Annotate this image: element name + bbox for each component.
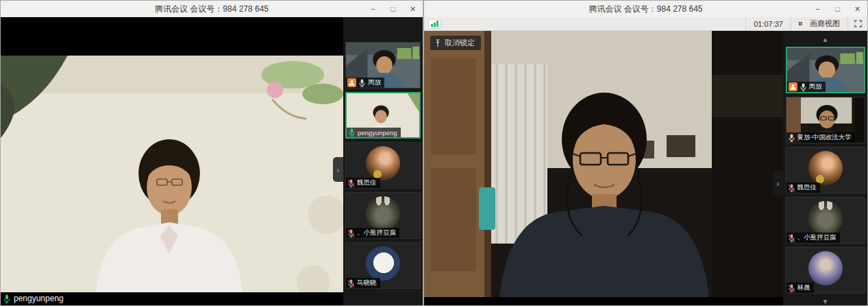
participant-name-tag: 黄放-中国政法大学	[786, 132, 855, 143]
fullscreen-icon	[854, 20, 862, 27]
scroll-down-arrow[interactable]: ▼	[783, 297, 867, 306]
minimize-button[interactable]: −	[808, 1, 828, 17]
participant-thumbnail[interactable]: 魏思佳	[345, 142, 421, 189]
participant-name-tag: 周放	[787, 82, 826, 92]
participant-name: 、小葱拌豆腐	[797, 233, 836, 242]
participant-name: 魏思佳	[357, 178, 377, 187]
participant-avatar	[366, 246, 400, 281]
participant-avatar	[808, 151, 843, 185]
desktop-canvas: 腾讯会议 会议号：984 278 645 − □ ✕	[0, 0, 868, 306]
mic-muted-icon	[788, 234, 795, 242]
participant-avatar	[808, 251, 843, 285]
participant-thumbnail[interactable]: pengyunpeng	[345, 92, 421, 139]
participant-name-tag: 马晓晓	[346, 278, 380, 288]
participant-thumbnail[interactable]: 周放	[786, 47, 865, 93]
meeting-content: 取消锁定 › ▲	[424, 31, 867, 305]
window-controls: − □ ✕	[808, 1, 867, 17]
main-video-stage: pengyunpeng ›	[1, 17, 343, 305]
scroll-up-arrow[interactable]: ▲	[783, 35, 867, 44]
participant-name-tag: pengyunpeng	[347, 128, 401, 137]
participant-name: 魏思佳	[797, 183, 817, 192]
meeting-toolbar: 01:07:37 画廊视图	[424, 17, 867, 31]
meeting-window-left: 腾讯会议 会议号：984 278 645 − □ ✕	[0, 0, 423, 306]
window-controls: − □ ✕	[363, 1, 423, 17]
participants-sidebar: 周放 pengyunp	[343, 17, 423, 305]
maximize-button[interactable]: □	[828, 1, 847, 17]
gallery-view-label: 画廊视图	[810, 19, 840, 29]
pin-icon	[434, 39, 441, 47]
main-video-feed	[1, 56, 343, 292]
participant-avatar	[808, 201, 843, 235]
mic-muted-icon	[347, 179, 355, 187]
participants-sidebar: ▲	[783, 31, 867, 305]
mic-on-icon	[799, 83, 807, 91]
main-video-stage: 取消锁定 ›	[424, 31, 783, 305]
grid-icon	[799, 20, 806, 27]
participant-name-tag: 魏思佳	[786, 183, 821, 193]
gallery-view-button[interactable]: 画廊视图	[791, 17, 848, 30]
participant-avatar	[366, 146, 400, 180]
host-badge-icon	[789, 82, 797, 91]
network-signal-icon	[428, 19, 441, 29]
minimize-button[interactable]: −	[363, 1, 383, 17]
unpin-label: 取消锁定	[445, 38, 475, 48]
meeting-timer: 01:07:37	[745, 17, 791, 30]
toolbar-right-group: 01:07:37 画廊视图	[745, 17, 867, 30]
host-badge-icon	[347, 78, 356, 87]
sidebar-collapse-handle[interactable]: ›	[333, 157, 343, 182]
mic-on-icon	[788, 134, 795, 142]
participant-name: 林晟	[797, 283, 810, 292]
fullscreen-button[interactable]	[848, 17, 867, 30]
participant-name: 黄放-中国政法大学	[797, 133, 852, 142]
main-video-feed	[424, 31, 783, 297]
close-button[interactable]: ✕	[403, 1, 423, 17]
mic-muted-icon	[788, 184, 795, 192]
window-title: 腾讯会议 会议号：984 278 645	[424, 3, 867, 15]
participant-thumbnail[interactable]: 魏思佳	[786, 147, 865, 193]
meeting-window-right: 腾讯会议 会议号：984 278 645 − □ ✕ 01:07:37 画廊视图	[423, 0, 868, 306]
meeting-content: pengyunpeng ›	[1, 17, 423, 305]
mic-on-icon	[3, 294, 11, 303]
participant-name: 、小葱拌豆腐	[357, 228, 396, 237]
window-title: 腾讯会议 会议号：984 278 645	[1, 3, 423, 15]
participant-thumbnail[interactable]: 林晟	[786, 247, 865, 294]
participant-thumbnail[interactable]: 黄放-中国政法大学	[786, 97, 865, 143]
mic-muted-icon	[347, 279, 355, 287]
participant-name-tag: 林晟	[786, 283, 814, 293]
active-speaker-name: pengyunpeng	[14, 294, 64, 303]
participant-thumbnail[interactable]: 、小葱拌豆腐	[345, 192, 421, 239]
participant-thumbnail[interactable]: 马晓晓	[345, 242, 421, 289]
participant-name-tag: 、小葱拌豆腐	[786, 233, 840, 243]
participant-name: 周放	[368, 78, 381, 87]
participant-name: 马晓晓	[357, 279, 377, 287]
mic-muted-icon	[788, 284, 795, 292]
sidebar-collapse-handle[interactable]: ›	[773, 171, 783, 196]
titlebar[interactable]: 腾讯会议 会议号：984 278 645 − □ ✕	[424, 1, 867, 17]
mic-on-icon	[358, 79, 366, 87]
titlebar[interactable]: 腾讯会议 会议号：984 278 645 − □ ✕	[1, 1, 423, 17]
participant-name-tag: 、小葱拌豆腐	[346, 228, 399, 238]
maximize-button[interactable]: □	[383, 1, 403, 17]
active-speaker-name-tag: pengyunpeng	[1, 292, 71, 305]
participant-name-tag: 魏思佳	[346, 178, 380, 188]
close-button[interactable]: ✕	[847, 1, 867, 17]
participant-name: pengyunpeng	[358, 129, 397, 137]
mic-on-icon	[348, 128, 356, 137]
participant-thumbnail[interactable]: 、小葱拌豆腐	[786, 197, 865, 244]
participant-name-tag: 周放	[346, 78, 384, 88]
participant-name: 周放	[809, 82, 822, 91]
unpin-button[interactable]: 取消锁定	[430, 36, 481, 50]
participant-avatar	[366, 196, 400, 231]
mic-muted-icon	[347, 229, 355, 237]
participant-thumbnail[interactable]: 周放	[345, 42, 421, 89]
